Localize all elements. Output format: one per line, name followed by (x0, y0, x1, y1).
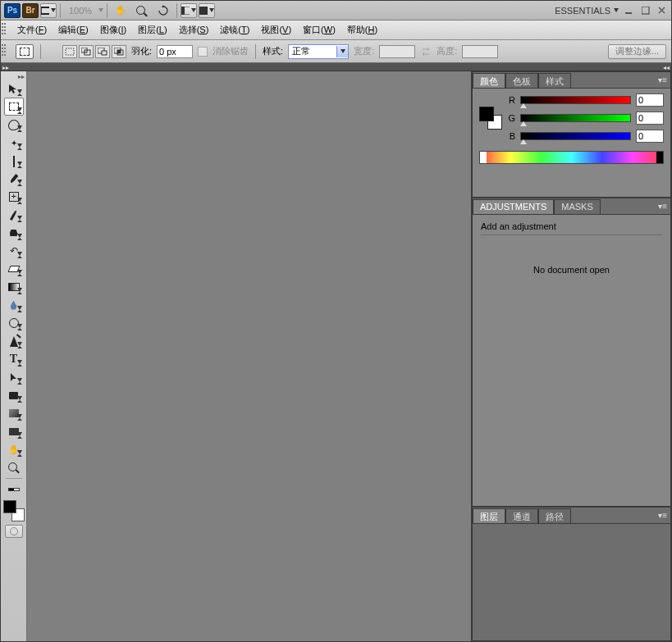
b-label: B (507, 131, 515, 141)
gradient-tool[interactable] (4, 278, 24, 296)
minimize-icon (625, 7, 633, 15)
collapse-toolbox-icon[interactable]: ▸▸ (18, 73, 25, 80)
history-brush-tool[interactable] (4, 242, 24, 260)
3d-camera-tool[interactable] (4, 422, 24, 440)
menu-help[interactable]: 帮助(H) (342, 21, 382, 39)
minimize-button[interactable] (624, 5, 635, 16)
menu-window[interactable]: 窗口(W) (298, 21, 341, 39)
style-value: 正常 (292, 45, 310, 57)
tab-adjustments[interactable]: ADJUSTMENTS (473, 199, 554, 214)
panel-menu-icon[interactable]: ▾≡ (658, 511, 667, 520)
g-label: G (507, 113, 515, 123)
menu-bar: 文件(F) 编辑(E) 图像(I) 图层(L) 选择(S) 滤镜(T) 视图(V… (1, 20, 671, 40)
crop-tool[interactable] (4, 152, 24, 170)
foreground-color-swatch[interactable] (3, 500, 16, 513)
menu-file[interactable]: 文件(F) (12, 21, 52, 39)
color-panel-tabs: 颜色 色板 样式 ▾≡ (473, 72, 670, 89)
zoom-level[interactable]: 100% (69, 6, 92, 16)
lasso-tool[interactable] (4, 116, 24, 134)
hand-tool[interactable] (4, 440, 24, 458)
screen-mode-button[interactable] (199, 3, 215, 18)
bridge-app-icon[interactable]: Br (22, 3, 39, 18)
zoom-tool-shortcut[interactable] (132, 2, 152, 20)
feather-input[interactable] (157, 45, 193, 58)
pen-tool[interactable] (4, 332, 24, 350)
separator (60, 3, 61, 18)
hand-tool-shortcut[interactable] (111, 2, 130, 20)
main-area: ▸▸ (1, 71, 671, 641)
grip-icon[interactable] (2, 44, 7, 59)
color-spectrum[interactable] (479, 151, 664, 164)
adjustments-title: Add an adjustment (481, 221, 662, 235)
panel-menu-icon[interactable]: ▾≡ (658, 202, 667, 211)
panel-menu-icon[interactable]: ▾≡ (658, 75, 667, 84)
grip-icon[interactable] (2, 23, 7, 38)
selection-add[interactable] (79, 45, 94, 58)
marquee-tool[interactable] (4, 98, 24, 116)
menu-view[interactable]: 视图(V) (256, 21, 296, 39)
tab-styles[interactable]: 样式 (538, 73, 571, 88)
3d-tool[interactable] (4, 404, 24, 422)
fg-bg-color[interactable] (3, 500, 25, 521)
adjustments-panel-tabs: ADJUSTMENTS MASKS ▾≡ (473, 198, 670, 215)
workspace-switcher[interactable]: ESSENTIALS (555, 6, 619, 16)
tab-color[interactable]: 颜色 (473, 73, 505, 88)
tab-masks[interactable]: MASKS (554, 199, 601, 214)
rotate-view-shortcut[interactable] (153, 2, 173, 20)
magic-wand-tool[interactable] (4, 134, 24, 152)
r-slider[interactable] (520, 96, 631, 104)
b-value[interactable] (636, 130, 664, 143)
menu-filter[interactable]: 滤镜(T) (215, 21, 254, 39)
menu-edit[interactable]: 编辑(E) (53, 21, 94, 39)
refine-edge-button: 调整边缘... (608, 44, 666, 59)
selection-new[interactable] (62, 45, 77, 58)
toolbox: ▸▸ (1, 71, 27, 641)
menu-layer[interactable]: 图层(L) (133, 21, 171, 39)
arrange-documents-button[interactable] (181, 3, 197, 18)
brush-tool[interactable] (4, 206, 24, 224)
style-select[interactable]: 正常 (288, 44, 349, 59)
tab-swatches[interactable]: 色板 (505, 73, 538, 88)
swap-colors-bar[interactable] (4, 480, 24, 499)
eyedropper-tool[interactable] (4, 170, 24, 188)
blur-tool[interactable] (4, 296, 24, 314)
panel-collapse-strip[interactable]: ▸▸ ◂◂ (1, 63, 671, 71)
sel-new-icon (65, 48, 75, 56)
brush-icon (12, 210, 15, 221)
panel-fg-swatch[interactable] (479, 107, 494, 121)
type-tool[interactable] (4, 350, 24, 368)
view-extras-button[interactable] (40, 3, 57, 18)
options-bar: 羽化: 消除锯齿 样式: 正常 宽度: 高度: 调整边缘... (1, 40, 671, 63)
ps-app-icon[interactable]: Ps (4, 3, 21, 18)
chevron-down-icon[interactable] (98, 8, 103, 12)
close-button[interactable] (656, 5, 668, 16)
current-tool-preset[interactable] (16, 44, 34, 59)
menu-select[interactable]: 选择(S) (174, 21, 214, 39)
quick-mask-toggle[interactable] (5, 525, 23, 538)
tab-paths[interactable]: 路径 (538, 508, 571, 523)
shape-tool[interactable] (4, 386, 24, 404)
tab-layers[interactable]: 图层 (473, 508, 505, 523)
g-slider[interactable] (520, 114, 631, 122)
move-tool[interactable] (4, 80, 24, 98)
chevron-down-icon (209, 8, 214, 12)
b-slider[interactable] (520, 132, 631, 140)
clone-stamp-tool[interactable] (4, 224, 24, 242)
eraser-tool[interactable] (4, 260, 24, 278)
panel-fg-bg[interactable] (479, 107, 502, 130)
selection-subtract[interactable] (95, 45, 110, 58)
menu-image[interactable]: 图像(I) (95, 21, 131, 39)
color-panel-body: R G B (473, 89, 670, 197)
expand-left-icon: ▸▸ (2, 64, 9, 71)
selection-intersect[interactable] (112, 45, 126, 58)
maximize-button[interactable] (640, 5, 651, 16)
r-value[interactable] (636, 93, 664, 107)
svg-rect-8 (642, 7, 649, 14)
g-value[interactable] (636, 112, 664, 125)
zoom-tool[interactable] (4, 458, 24, 476)
tab-channels[interactable]: 通道 (505, 508, 538, 523)
path-selection-tool[interactable] (4, 368, 24, 386)
healing-brush-tool[interactable] (4, 188, 24, 206)
dodge-tool[interactable] (4, 314, 24, 332)
layers-panel-tabs: 图层 通道 路径 ▾≡ (473, 508, 670, 524)
